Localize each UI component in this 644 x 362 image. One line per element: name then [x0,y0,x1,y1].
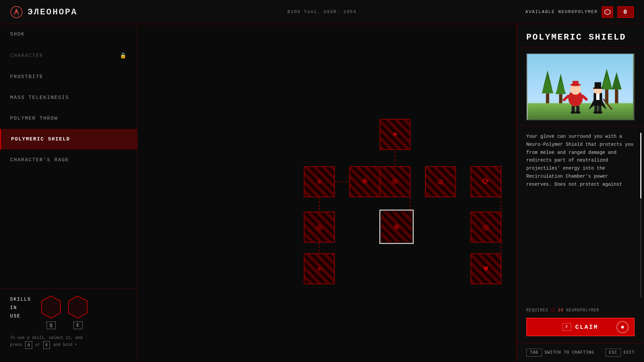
skill-item-character[interactable]: CHARACTER 🔒 [0,45,137,67]
svg-text:☸: ☸ [362,177,368,187]
right-panel: POLYMERIC SHIELD [517,24,644,362]
skill-label-shok: SHOK [10,32,25,37]
svg-rect-65 [573,81,579,85]
svg-rect-61 [615,89,618,103]
hex-slot-e: E [68,295,88,329]
svg-rect-53 [546,94,549,103]
character-name: ЭЛЕОНОРА [28,7,77,17]
hex-slot-q: Q [41,295,61,329]
main-wrapper: ЭЛЕОНОРА BIOS Tool. USSR. 1954 AVAILABLE… [0,0,644,362]
app-logo [10,6,23,18]
hex-key-q: Q [47,321,56,329]
svg-text:⊕: ⊕ [394,222,399,233]
skill-label-mass-telekinesis: MASS TELEKINESIS [10,95,69,101]
skill-item-polymer-throw[interactable]: POLYMER THROW [0,108,137,129]
requires-icon: ⬡ [551,307,555,313]
hint-key-q: Q [25,341,32,349]
skill-item-frostbite[interactable]: FROSTBITE [0,67,137,87]
svg-point-2 [606,11,608,13]
claim-label: CLAIM [575,324,598,330]
svg-text:◎: ◎ [483,222,489,233]
svg-text:✳: ✳ [317,177,322,187]
claim-dot [621,326,624,328]
svg-point-70 [571,111,576,114]
header-right: AVAILABLE NEUROPOLYMER 0 [525,6,634,18]
lock-icon: 🔒 [120,52,127,59]
ability-description: Your glove can surround you with a Neuro… [517,126,644,304]
requires-resource: NEUROPOLYMER [566,308,599,313]
switch-crafting-button[interactable]: TAB SWITCH TO CRAFTING [526,349,594,357]
header-left: ЭЛЕОНОРА [10,6,77,18]
ability-title: POLYMERIC SHIELD [526,32,635,42]
claim-key: F [562,323,571,331]
svg-text:✦: ✦ [392,128,398,140]
skill-item-polymeric-shield[interactable]: POLYMERIC SHIELD [0,129,137,150]
skills-hint: To use a skill, select it, and press Q o… [10,335,127,349]
hex-key-e: E [73,321,83,329]
svg-rect-76 [593,87,602,89]
switch-crafting-label: SWITCH TO CRAFTING [545,350,594,355]
skills-in-use-label: SKILLS IN USE [10,295,31,321]
svg-rect-56 [559,94,562,103]
skills-list: SHOK CHARACTER 🔒 FROSTBITE MASS TELEKINE… [0,24,137,288]
svg-point-83 [597,111,602,114]
svg-text:↺: ↺ [438,177,443,187]
skill-item-characters-rage[interactable]: CHARACTER'S RAGE [0,150,137,171]
skill-label-character: CHARACTER [10,53,43,59]
hexagon-e [68,295,88,319]
neuropolymer-label: AVAILABLE NEUROPOLYMER [525,9,598,14]
ability-description-text: Your glove can surround you with a Neuro… [526,133,635,189]
svg-rect-50 [528,103,633,120]
bios-tool-label: BIOS Tool. USSR. 1954 [287,9,357,14]
svg-text:❊: ❊ [392,176,398,187]
svg-point-71 [575,111,581,114]
skill-label-characters-rage: CHARACTER'S RAGE [10,157,69,163]
svg-marker-3 [42,296,60,318]
svg-text:⟳: ⟳ [482,177,490,187]
bottom-controls: TAB SWITCH TO CRAFTING ESC EXIT [517,343,644,362]
skills-in-use-section: SKILLS IN USE Q [0,288,137,362]
claim-circle [616,321,629,333]
scroll-thumb [640,133,641,198]
skill-label-frostbite: FROSTBITE [10,74,43,80]
skill-label-polymeric-shield: POLYMERIC SHIELD [11,136,70,142]
claim-button[interactable]: F CLAIM [526,318,635,336]
svg-text:♥: ♥ [483,264,489,274]
skill-label-polymer-throw: POLYMER THROW [10,116,58,121]
hexagon-slots: Q E [41,295,88,329]
ability-image [526,53,635,120]
neuropolymer-icon [602,6,613,18]
tab-key: TAB [526,349,542,357]
skills-in-use-header: SKILLS IN USE Q [10,295,127,329]
ability-requires: REQUIRES ⬡ 28 NEUROPOLYMER [517,304,644,318]
sidebar: SHOK CHARACTER 🔒 FROSTBITE MASS TELEKINE… [0,24,138,362]
svg-rect-75 [595,82,601,88]
requires-amount: 28 [558,308,564,313]
requires-label: REQUIRES [526,308,548,313]
skill-item-mass-telekinesis[interactable]: MASS TELEKINESIS [0,87,137,108]
skill-tree-area: ✦ ✳ ☸ ❊ ↺ ⟳ ◎ [138,24,517,362]
hexagon-q [41,295,61,319]
exit-button[interactable]: ESC EXIT [605,349,635,357]
esc-key: ESC [605,349,621,357]
skill-item-shok[interactable]: SHOK [0,24,137,45]
skill-tree-svg: ✦ ✳ ☸ ❊ ↺ ⟳ ◎ [138,24,516,362]
svg-rect-73 [596,94,600,100]
svg-text:✳: ✳ [317,264,322,274]
svg-marker-4 [68,296,87,318]
hint-key-e: E [43,341,50,349]
ability-image-container [517,48,644,126]
exit-label: EXIT [624,350,635,355]
svg-text:◎: ◎ [317,222,322,233]
neuropolymer-count: 0 [617,6,634,18]
ability-header: POLYMERIC SHIELD [517,24,644,48]
header: ЭЛЕОНОРА BIOS Tool. USSR. 1954 AVAILABLE… [0,0,644,24]
content-area: SHOK CHARACTER 🔒 FROSTBITE MASS TELEKINE… [0,24,644,362]
scroll-indicator [640,133,641,297]
